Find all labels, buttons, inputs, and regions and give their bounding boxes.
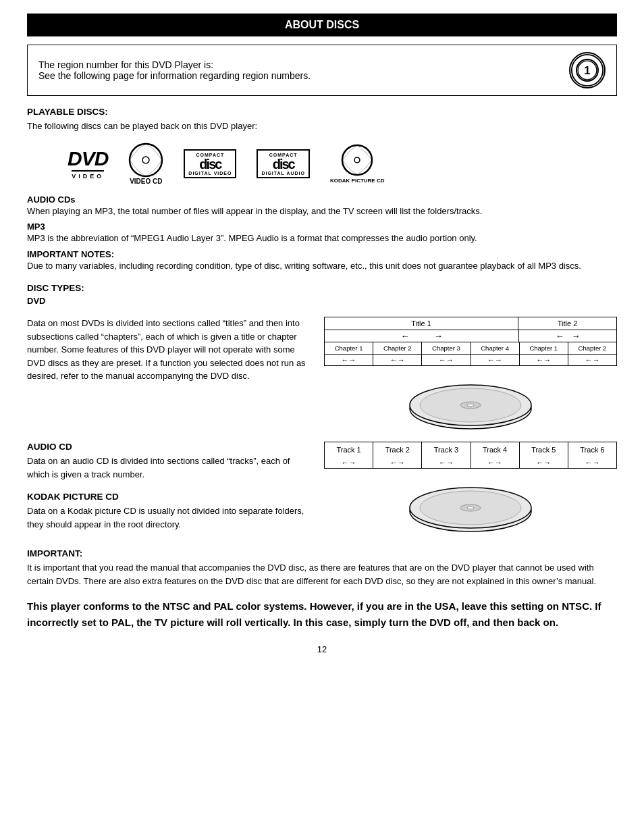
cd-dv-main: disc — [199, 157, 221, 171]
dvd-chap-arr6: ←→ — [568, 355, 616, 365]
track-labels-row: Track 1 Track 2 Track 3 Track 4 Track 5 … — [325, 442, 616, 457]
track3-arrow: ←→ — [422, 457, 471, 468]
kodak-cd-heading: KODAK PICTURE CD — [27, 492, 311, 502]
dvd-title-row: Title 1 Title 2 — [325, 317, 616, 330]
track6-label: Track 6 — [568, 442, 616, 457]
audio-cds-section: AUDIO CDs When playing an MP3, the total… — [27, 194, 617, 273]
dvd-chapter1: Chapter 1 — [325, 342, 373, 354]
disc-logos-row: DVD VIDEO VIDEO CD COMPACT disc DIGITAL … — [68, 142, 617, 185]
dvd-heading: DVD — [27, 296, 617, 306]
dvd-chapter6: Chapter 2 — [568, 342, 616, 354]
dvd-body: Data on most DVDs is divided into sectio… — [27, 317, 311, 383]
track-arrows-row: ←→ ←→ ←→ ←→ ←→ ←→ — [325, 457, 616, 468]
svg-point-6 — [354, 157, 360, 163]
dvd-chapter4: Chapter 4 — [471, 342, 520, 354]
disc-types-heading: DISC TYPES: — [27, 283, 617, 293]
track5-label: Track 5 — [520, 442, 568, 457]
audio-cd-heading: AUDIO CD — [27, 442, 311, 452]
region-text: The region number for this DVD Player is… — [38, 59, 311, 81]
dvd-title1-arrow: ← → — [325, 330, 519, 342]
track-diagram: Track 1 Track 2 Track 3 Track 4 Track 5 … — [324, 442, 617, 469]
cd-da-bottom: DIGITAL AUDIO — [261, 171, 305, 176]
important-notes-heading: IMPORTANT NOTES: — [27, 249, 617, 259]
dvd-title-arrows: ← → ← → — [325, 330, 616, 342]
dvd-title2-arrow: ← → — [519, 330, 616, 342]
important-notes-body: Due to many variables, including recordi… — [27, 259, 617, 273]
dvd-logo-text: DVD — [68, 147, 108, 170]
kodak-label: KODAK PICTURE CD — [330, 178, 384, 184]
svg-text:1: 1 — [584, 64, 590, 77]
dvd-title2-label: Title 2 — [518, 317, 616, 330]
dvd-title1-label: Title 1 — [325, 317, 518, 330]
region-line1: The region number for this DVD Player is… — [38, 59, 311, 70]
bold-note: This player conforms to the NTSC and PAL… — [27, 598, 617, 631]
video-cd-label: VIDEO CD — [130, 178, 162, 185]
track5-arrow: ←→ — [520, 457, 568, 468]
playable-discs-heading: PLAYABLE DISCS: — [27, 107, 617, 117]
playable-discs-body: The following discs can be played back o… — [27, 120, 617, 133]
page-number: 12 — [27, 644, 617, 654]
mp3-body: MP3 is the abbreviation of “MPEG1 Audio … — [27, 232, 617, 245]
track2-label: Track 2 — [373, 442, 422, 457]
svg-point-0 — [572, 55, 603, 86]
dvd-chapter5: Chapter 1 — [520, 342, 568, 354]
svg-point-11 — [467, 404, 474, 406]
dvd-chapters-row: Chapter 1 Chapter 2 Chapter 3 Chapter 4 … — [325, 342, 616, 355]
svg-point-5 — [342, 145, 372, 175]
audio-cds-heading: AUDIO CDs — [27, 194, 617, 205]
track4-arrow: ←→ — [471, 457, 520, 468]
page-title: ABOUT DISCS — [27, 14, 617, 36]
track6-arrow: ←→ — [568, 457, 616, 468]
important-section: IMPORTANT: It is important that you read… — [27, 548, 617, 588]
track2-arrow: ←→ — [373, 457, 422, 468]
dvd-layout: Data on most DVDs is divided into sectio… — [27, 317, 617, 432]
kodak-circle — [341, 144, 373, 176]
svg-point-16 — [467, 507, 474, 509]
track1-arrow: ←→ — [325, 457, 373, 468]
compact-disc-dv-logo: COMPACT disc DIGITAL VIDEO — [184, 149, 236, 178]
dvd-chapter3: Chapter 3 — [422, 342, 471, 354]
video-cd-logo: VIDEO CD — [128, 142, 163, 185]
svg-point-4 — [142, 157, 149, 163]
dvd-diagram: Title 1 Title 2 ← → ← → Chapter 1 Chapte… — [324, 317, 617, 366]
video-cd-circle — [128, 142, 163, 178]
dvd-chap-arr4: ←→ — [471, 355, 520, 365]
track3-label: Track 3 — [422, 442, 471, 457]
svg-point-1 — [578, 61, 597, 80]
kodak-cd-body: Data on a Kodak picture CD is usually no… — [27, 504, 311, 531]
audio-cd-disc-illustration — [403, 474, 538, 535]
disc-types-section: DISC TYPES: DVD — [27, 283, 617, 306]
dvd-chapter2: Chapter 2 — [373, 342, 422, 354]
audio-cds-body1: When playing an MP3, the total number of… — [27, 205, 617, 218]
audio-cd-left: AUDIO CD Data on an audio CD is divided … — [27, 442, 311, 535]
dvd-chap-arr2: ←→ — [373, 355, 422, 365]
important-body: It is important that you read the manual… — [27, 561, 617, 588]
dvd-chap-arr1: ←→ — [325, 355, 373, 365]
track4-label: Track 4 — [471, 442, 520, 457]
dvd-video-logo: DVD VIDEO — [68, 147, 108, 180]
dvd-chap-arr3: ←→ — [422, 355, 471, 365]
mp3-heading: MP3 — [27, 221, 617, 232]
track1-label: Track 1 — [325, 442, 373, 457]
dvd-description: Data on most DVDs is divided into sectio… — [27, 317, 311, 432]
audio-cd-right: Track 1 Track 2 Track 3 Track 4 Track 5 … — [324, 442, 617, 535]
region-number-icon: 1 — [569, 52, 606, 88]
cd-da-main: disc — [273, 157, 294, 171]
kodak-cd-sub-section: KODAK PICTURE CD Data on a Kodak picture… — [27, 492, 311, 531]
dvd-logo-sub: VIDEO — [72, 170, 104, 180]
dvd-disc-illustration — [403, 371, 538, 432]
region-box: The region number for this DVD Player is… — [27, 45, 617, 96]
region-line2: See the following page for information r… — [38, 70, 311, 81]
dvd-diagram-container: Title 1 Title 2 ← → ← → Chapter 1 Chapte… — [324, 317, 617, 432]
svg-point-3 — [130, 144, 162, 176]
dvd-chap-arr5: ←→ — [520, 355, 568, 365]
audio-cd-section: AUDIO CD Data on an audio CD is divided … — [27, 442, 617, 535]
kodak-picture-cd-logo: KODAK PICTURE CD — [330, 144, 384, 184]
playable-discs-section: PLAYABLE DISCS: The following discs can … — [27, 107, 617, 133]
audio-cd-body: Data on an audio CD is divided into sect… — [27, 454, 311, 481]
dvd-chapter-arrows-row: ←→ ←→ ←→ ←→ ←→ ←→ — [325, 355, 616, 365]
important-heading: IMPORTANT: — [27, 548, 617, 558]
compact-disc-da-logo: COMPACT disc DIGITAL AUDIO — [257, 149, 310, 178]
cd-dv-bottom: DIGITAL VIDEO — [188, 171, 232, 176]
